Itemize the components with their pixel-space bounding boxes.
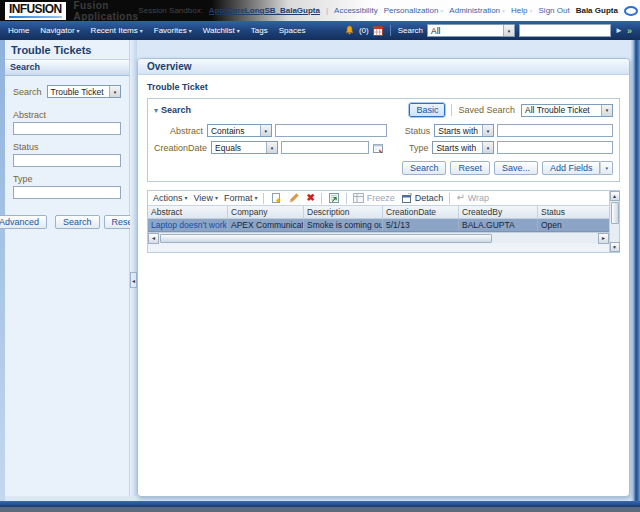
advanced-button[interactable]: Advanced xyxy=(0,215,47,229)
query-reset-button[interactable]: Reset xyxy=(450,161,490,175)
query-search-region: ▾ Search Basic Saved Search All Trouble … xyxy=(147,98,620,182)
administration-menu[interactable]: Administration▾ xyxy=(449,6,505,15)
nav-navigator[interactable]: Navigator▾ xyxy=(40,26,79,35)
add-fields-split-button: Add Fields ▾ xyxy=(542,161,613,175)
query-search-button[interactable]: Search xyxy=(402,161,447,175)
advanced-search-icon[interactable]: » xyxy=(627,26,632,36)
type-value-input[interactable] xyxy=(497,141,613,154)
vertical-scrollbar: ▲ ▼ xyxy=(609,191,619,252)
column-header-creationdate[interactable]: CreationDate xyxy=(383,206,459,218)
abstract-operator-select[interactable]: Contains ▾ xyxy=(207,124,272,137)
add-fields-button[interactable]: Add Fields xyxy=(542,161,601,175)
overview-panel: Overview Trouble Ticket ▾ Search Basic S… xyxy=(137,58,630,497)
actions-menu[interactable]: Actions▾ xyxy=(153,193,188,203)
sign-out-link[interactable]: Sign Out xyxy=(539,6,570,15)
status-operator-select[interactable]: Starts with ▾ xyxy=(434,124,494,137)
sidebar-scope-select[interactable]: Trouble Ticket ▾ xyxy=(47,85,121,98)
chevron-down-icon: ▾ xyxy=(502,8,505,14)
nav-spaces[interactable]: Spaces xyxy=(279,26,306,35)
row-createdby-cell: BALA.GUPTA xyxy=(459,219,538,231)
row-status-cell: Open xyxy=(538,219,609,231)
global-search-scope-select[interactable]: All ▾ xyxy=(427,24,515,37)
row-abstract-link[interactable]: Laptop doesn't work xyxy=(148,219,228,231)
logged-in-user: Bala Gupta xyxy=(576,6,618,15)
freeze-button[interactable]: Freeze xyxy=(353,193,395,203)
delete-record-icon[interactable]: ✖ xyxy=(306,193,314,203)
chevron-down-icon: ▾ xyxy=(140,28,143,34)
section-title: Trouble Ticket xyxy=(147,82,620,92)
date-picker-calendar-icon[interactable] xyxy=(372,142,384,154)
notifications-bell-icon[interactable] xyxy=(344,25,355,36)
vertical-scroll-thumb[interactable] xyxy=(611,202,619,224)
sidebar-abstract-input[interactable] xyxy=(13,122,121,135)
chevron-down-icon: ▾ xyxy=(482,142,493,153)
view-menu[interactable]: View▾ xyxy=(194,193,218,203)
overview-content: Trouble Ticket ▾ Search Basic Saved Sear… xyxy=(138,75,629,260)
nav-recent-items[interactable]: Recent Items▾ xyxy=(91,26,143,35)
nav-home[interactable]: Home xyxy=(8,26,29,35)
wrap-icon: ↵ xyxy=(456,193,464,203)
chevron-down-icon: ▾ xyxy=(189,28,192,34)
type-operator-select[interactable]: Starts with ▾ xyxy=(432,141,494,154)
toolbar-separator xyxy=(346,193,347,204)
nav-tags[interactable]: Tags xyxy=(251,26,268,35)
search-go-icon[interactable]: ► xyxy=(615,26,623,35)
chevron-down-icon: ▾ xyxy=(185,195,188,201)
column-header-status[interactable]: Status xyxy=(538,206,609,218)
detach-button[interactable]: Detach xyxy=(401,193,444,203)
global-search-input[interactable] xyxy=(519,24,611,37)
application-window: INFUSION Fusion Applications Session San… xyxy=(0,0,640,512)
accessibility-link[interactable]: Accessibility xyxy=(334,6,378,15)
status-value-input[interactable] xyxy=(497,124,613,137)
row-creationdate-cell: 5/1/13 xyxy=(383,219,459,231)
panel-splitter[interactable]: ◂ xyxy=(130,40,137,496)
horizontal-scroll-thumb[interactable] xyxy=(160,234,492,243)
sidebar-status-input[interactable] xyxy=(13,154,121,167)
wrap-button[interactable]: ↵ Wrap xyxy=(456,193,489,203)
scroll-up-icon[interactable]: ▲ xyxy=(610,191,620,201)
table-row[interactable]: Laptop doesn't work APEX Communications … xyxy=(148,219,609,232)
column-header-abstract[interactable]: Abstract xyxy=(148,206,228,218)
chevron-down-icon: ▾ xyxy=(77,28,80,34)
format-menu[interactable]: Format▾ xyxy=(224,193,258,203)
scroll-left-icon[interactable]: ◄ xyxy=(148,233,159,244)
sidebar-type-input[interactable] xyxy=(13,186,121,199)
criteria-abstract-label: Abstract xyxy=(154,126,203,136)
export-to-excel-icon[interactable] xyxy=(328,192,340,204)
query-save-button[interactable]: Save... xyxy=(494,161,538,175)
calendar-grid-icon[interactable] xyxy=(373,26,383,36)
disclosure-triangle-icon[interactable]: ▾ xyxy=(154,106,158,115)
session-sandbox-link[interactable]: ApplCoreLongSB_BalaGupta xyxy=(209,6,320,15)
edit-record-icon[interactable] xyxy=(288,192,300,204)
chat-ring-icon[interactable] xyxy=(624,6,638,16)
column-header-createdby[interactable]: CreatedBy xyxy=(459,206,538,218)
splitter-collapse-handle[interactable]: ◂ xyxy=(130,272,137,288)
creationdate-value-input[interactable] xyxy=(281,141,369,154)
toolbar-separator xyxy=(449,193,450,204)
toolbar-separator xyxy=(263,193,264,204)
nav-favorites[interactable]: Favorites▾ xyxy=(154,26,192,35)
scroll-down-icon[interactable]: ▼ xyxy=(610,242,620,252)
global-search-label: Search xyxy=(398,26,423,35)
sidebar-search-button[interactable]: Search xyxy=(55,215,100,229)
abstract-value-input[interactable] xyxy=(275,124,387,137)
criteria-status-label: Status xyxy=(399,126,430,136)
chevron-down-icon: ▾ xyxy=(215,195,218,201)
detach-icon xyxy=(401,193,412,203)
company-logo: INFUSION xyxy=(5,2,66,20)
column-header-company[interactable]: Company xyxy=(228,206,304,218)
freeze-icon xyxy=(353,193,364,203)
saved-search-select[interactable]: All Trouble Ticket ▾ xyxy=(521,104,613,117)
creationdate-operator-select[interactable]: Equals ▾ xyxy=(211,141,278,154)
add-fields-dropdown-arrow[interactable]: ▾ xyxy=(600,161,613,175)
nav-watchlist[interactable]: Watchlist▾ xyxy=(203,26,240,35)
chevron-down-icon: ▾ xyxy=(109,86,120,97)
logo-underline xyxy=(9,16,62,18)
column-header-description[interactable]: Description xyxy=(304,206,383,218)
help-menu[interactable]: Help▾ xyxy=(511,6,532,15)
scroll-right-icon[interactable]: ► xyxy=(598,233,609,244)
basic-button[interactable]: Basic xyxy=(409,103,445,117)
chevron-down-icon: ▾ xyxy=(254,195,257,201)
create-record-icon[interactable] xyxy=(270,192,282,204)
personalization-menu[interactable]: Personalization▾ xyxy=(384,6,444,15)
